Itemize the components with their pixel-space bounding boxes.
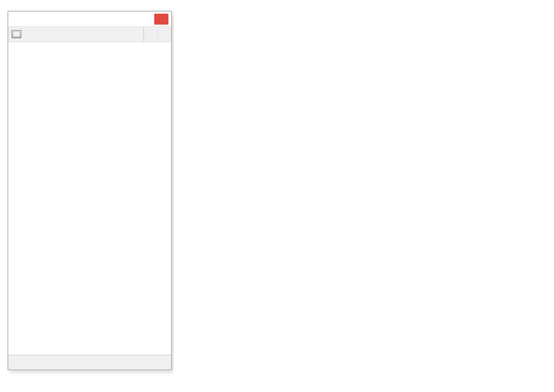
analysis-nav-buttons [143,27,171,42]
analysis-icon [11,30,21,38]
navigator-tab-bar [8,355,171,370]
close-icon[interactable] [154,14,168,25]
results-view[interactable] [174,0,554,392]
previous-analysis-button[interactable] [144,27,158,42]
analysis-selector[interactable] [8,27,171,42]
next-analysis-button[interactable] [158,27,171,42]
tree-section-divider [8,45,171,60]
navigator-results-window [8,11,172,370]
navigator-tree[interactable] [8,42,171,355]
window-titlebar[interactable] [8,11,171,27]
